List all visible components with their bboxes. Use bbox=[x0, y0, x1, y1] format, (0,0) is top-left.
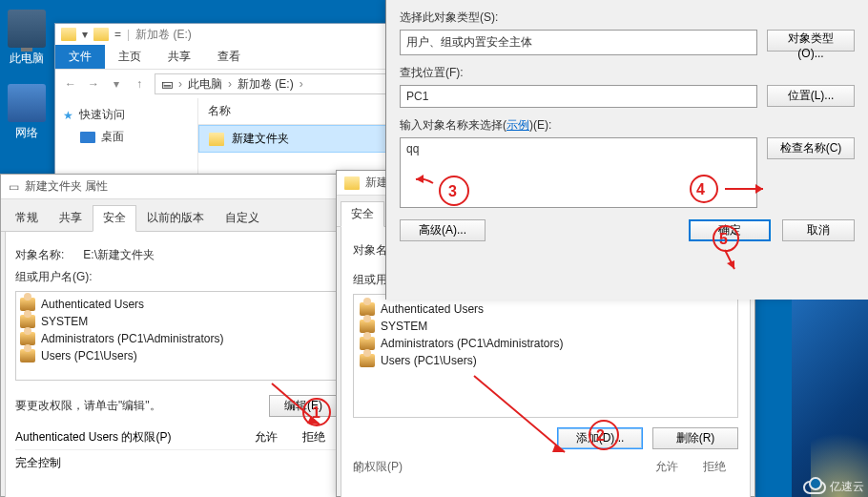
dialog-title-text: 新建文件夹 属性 bbox=[25, 178, 108, 195]
folder-icon bbox=[209, 133, 224, 146]
list-item: Administrators (PC1\Administrators) bbox=[20, 330, 333, 347]
list-item: Users (PC1\Users) bbox=[360, 352, 732, 369]
object-names-input[interactable]: qq bbox=[400, 137, 757, 208]
group-label: 组或用户名(G): bbox=[15, 269, 338, 285]
drive-icon: 🖴 bbox=[161, 77, 173, 91]
tab-share[interactable]: 共享 bbox=[49, 205, 93, 231]
tab-file[interactable]: 文件 bbox=[55, 45, 105, 69]
edit-hint: 要更改权限，请单击"编辑"。 bbox=[15, 398, 259, 414]
forward-button[interactable]: → bbox=[86, 77, 101, 91]
back-button[interactable]: ← bbox=[63, 77, 78, 91]
desktop-icon bbox=[80, 132, 95, 143]
tab-share[interactable]: 共享 bbox=[155, 45, 204, 69]
sidebar-item-label: 桌面 bbox=[101, 129, 124, 145]
names-label: 输入对象名称来选择(示例)(E): bbox=[400, 117, 855, 134]
object-name-row: 对象名称: E:\新建文件夹 bbox=[15, 247, 338, 263]
properties-dialog: ▭ 新建文件夹 属性 常规 共享 安全 以前的版本 自定义 对象名称: E:\新… bbox=[0, 174, 353, 497]
user-group-icon bbox=[360, 320, 375, 333]
user-group-icon bbox=[20, 349, 35, 362]
users-list[interactable]: Authenticated Users SYSTEM Administrator… bbox=[353, 294, 738, 418]
check-names-button[interactable]: 检查名称(C) bbox=[767, 137, 855, 159]
desktop-wallpaper bbox=[792, 300, 868, 497]
users-list[interactable]: Authenticated Users SYSTEM Administrator… bbox=[15, 291, 338, 381]
cloud-icon bbox=[803, 481, 826, 494]
allow-header: 允许 bbox=[643, 459, 691, 475]
user-group-icon bbox=[20, 332, 35, 345]
edit-button[interactable]: 编辑(E) bbox=[269, 395, 338, 417]
user-group-icon bbox=[20, 298, 35, 311]
object-type-field[interactable]: 用户、组或内置安全主体 bbox=[400, 30, 757, 55]
desktop-icon-network[interactable]: 网络 bbox=[6, 84, 48, 141]
history-dropdown[interactable]: ▾ bbox=[109, 77, 124, 91]
folder-icon bbox=[61, 28, 76, 41]
network-icon bbox=[8, 84, 46, 122]
permissions-label: Authenticated Users 的权限(P) bbox=[15, 429, 242, 445]
sidebar-item-label: 快速访问 bbox=[79, 107, 125, 123]
deny-header: 拒绝 bbox=[290, 429, 338, 445]
user-group-icon bbox=[360, 337, 375, 350]
list-item: SYSTEM bbox=[20, 313, 333, 330]
desktop-icon-label: 网络 bbox=[6, 125, 48, 141]
monitor-icon bbox=[8, 10, 46, 48]
cancel-button[interactable]: 取消 bbox=[782, 219, 855, 241]
tab-home[interactable]: 主页 bbox=[105, 45, 155, 69]
tab-security[interactable]: 安全 bbox=[341, 201, 384, 227]
star-icon: ★ bbox=[63, 109, 73, 122]
chevron-right-icon: › bbox=[178, 77, 182, 91]
location-field[interactable]: PC1 bbox=[400, 85, 757, 108]
sidebar-item-quick-access[interactable]: ★ 快速访问 bbox=[61, 104, 192, 126]
dialog-title: ▭ 新建文件夹 属性 bbox=[1, 175, 352, 199]
object-name-value: E:\新建文件夹 bbox=[83, 248, 155, 261]
allow-header: 允许 bbox=[242, 429, 290, 445]
advanced-button[interactable]: 高级(A)... bbox=[400, 219, 486, 241]
watermark-text: 亿速云 bbox=[830, 479, 864, 495]
object-name-label: 对象名称: bbox=[15, 248, 64, 261]
properties-tabs: 常规 共享 安全 以前的版本 自定义 bbox=[1, 205, 346, 232]
breadcrumb-item[interactable]: 新加卷 (E:) bbox=[238, 76, 294, 93]
chevron-right-icon: › bbox=[300, 77, 303, 91]
select-users-dialog: 选择此对象类型(S): 用户、组或内置安全主体 对象类型(O)... 查找位置(… bbox=[385, 0, 868, 300]
tab-custom[interactable]: 自定义 bbox=[215, 205, 270, 231]
explorer-sidebar: ★ 快速访问 桌面 bbox=[55, 98, 198, 175]
file-name: 新建文件夹 bbox=[232, 131, 289, 147]
tab-previous[interactable]: 以前的版本 bbox=[136, 205, 215, 231]
remove-button[interactable]: 删除(R) bbox=[652, 427, 738, 449]
tab-security[interactable]: 安全 bbox=[93, 205, 136, 232]
list-item: Users (PC1\Users) bbox=[20, 347, 333, 364]
ok-button[interactable]: 确定 bbox=[689, 219, 771, 241]
desktop-icon-computer[interactable]: 此电脑 bbox=[6, 10, 48, 67]
examples-link[interactable]: 示例 bbox=[506, 118, 529, 132]
list-item: SYSTEM bbox=[360, 318, 732, 335]
breadcrumb-item[interactable]: 此电脑 bbox=[188, 76, 222, 93]
location-label: 查找位置(F): bbox=[400, 65, 855, 81]
folder-icon bbox=[93, 28, 109, 41]
list-item: Authenticated Users bbox=[20, 296, 333, 313]
permission-row: 完全控制 bbox=[15, 449, 338, 476]
dialog-icon: ▭ bbox=[9, 180, 19, 194]
object-type-label: 选择此对象类型(S): bbox=[400, 10, 855, 26]
up-button[interactable]: ↑ bbox=[132, 77, 147, 91]
tab-general[interactable]: 常规 bbox=[5, 205, 49, 231]
list-item: Administrators (PC1\Administrators) bbox=[360, 335, 732, 352]
desktop-icon-label: 此电脑 bbox=[6, 51, 48, 67]
tab-view[interactable]: 查看 bbox=[204, 45, 254, 69]
chevron-right-icon: › bbox=[228, 77, 232, 91]
user-group-icon bbox=[360, 354, 375, 367]
object-types-button[interactable]: 对象类型(O)... bbox=[767, 30, 855, 52]
locations-button[interactable]: 位置(L)... bbox=[767, 85, 855, 107]
permission-name: 完全控制 bbox=[15, 456, 61, 469]
user-group-icon bbox=[360, 302, 375, 316]
deny-header: 拒绝 bbox=[691, 459, 738, 475]
add-button[interactable]: 添加(D)... bbox=[557, 427, 643, 449]
user-group-icon bbox=[20, 315, 35, 328]
folder-icon bbox=[344, 176, 360, 190]
hand-cursor-icon: ☟ bbox=[353, 459, 362, 477]
sidebar-item-desktop[interactable]: 桌面 bbox=[61, 126, 192, 148]
list-item: Authenticated Users bbox=[360, 300, 732, 318]
watermark: 亿速云 bbox=[803, 479, 864, 495]
